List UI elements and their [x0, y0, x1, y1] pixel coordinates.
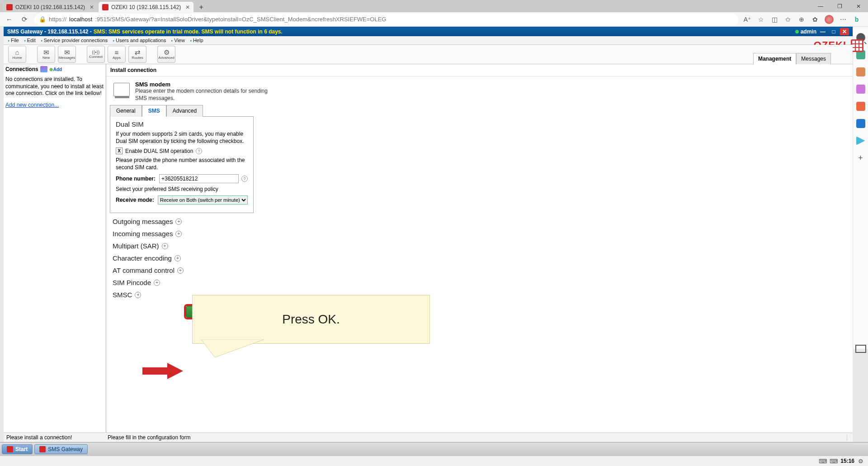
taskbar-app-button[interactable]: SMS Gateway — [34, 444, 88, 454]
section-incoming: Incoming messages — [113, 230, 173, 238]
add-connection-short-link[interactable]: Add — [49, 67, 62, 72]
lock-icon: 🔒 — [39, 16, 46, 23]
connections-icon — [40, 66, 47, 72]
help-icon[interactable]: ? — [241, 176, 248, 182]
config-tabs: General SMS Advanced — [110, 105, 254, 117]
clock: 15:16 — [840, 458, 854, 464]
window-restore-button[interactable]: ❐ — [830, 0, 849, 12]
section-smsc: SMSC — [113, 291, 132, 299]
collections-icon[interactable]: ⊕ — [797, 15, 806, 24]
menu-edit[interactable]: Edit — [22, 38, 38, 43]
modem-icon — [113, 83, 130, 96]
connections-header: Connections — [5, 66, 38, 72]
browser-tab-1[interactable]: OZEKI 10 (192.168.115.142) ✕ — [99, 2, 193, 12]
menu-icon[interactable]: ⋯ — [839, 15, 847, 24]
expand-icon[interactable]: + — [154, 280, 160, 286]
new-tab-button[interactable]: + — [196, 2, 206, 12]
keyboard-tray-icon[interactable]: ⌨ — [819, 458, 826, 464]
tab-close-icon[interactable]: ✕ — [185, 4, 190, 10]
sidebar-add-button[interactable]: + — [858, 153, 863, 163]
settings-tray-icon[interactable]: ⚙ — [858, 458, 865, 464]
favorite-icon[interactable]: ☆ — [757, 15, 765, 24]
tab-advanced[interactable]: Advanced — [166, 105, 203, 117]
url-path: :9515/SMS/Gateway/?a=InstallSoloDriver&t… — [95, 16, 386, 23]
office-sidebar-icon[interactable] — [856, 102, 865, 111]
section-at-command: AT command control — [113, 266, 175, 274]
read-aloud-icon[interactable]: A⁺ — [743, 15, 751, 24]
gear-icon: ⚙ — [164, 49, 170, 56]
ozeki-grid-icon[interactable] — [851, 39, 863, 52]
connect-icon: ((•)) — [92, 50, 100, 55]
menu-service-providers[interactable]: Service provider connections — [38, 38, 110, 43]
url-prefix: https:// — [49, 16, 66, 23]
user-label: admin — [801, 29, 816, 35]
tab-title: OZEKI 10 (192.168.115.142) — [15, 4, 85, 10]
app-maximize-button[interactable]: □ — [829, 28, 838, 35]
expand-icon[interactable]: + — [135, 292, 141, 298]
help-icon[interactable]: ? — [196, 148, 202, 154]
menu-file[interactable]: File — [5, 38, 22, 43]
install-panel: Install connection SMS modem Please ente… — [106, 64, 853, 433]
toolbar-new-button[interactable]: ✉New — [37, 46, 55, 63]
toolbar: ⌂Home ✉New ✉Messages ((•))Connect ≡Apps … — [4, 45, 853, 64]
window-minimize-button[interactable]: — — [811, 0, 830, 12]
refresh-button[interactable]: ⟳ — [19, 14, 30, 25]
modem-desc: Please enter the modem connection detail… — [135, 88, 271, 102]
browser-tab-0[interactable]: OZEKI 10 (192.168.115.142) ✕ — [3, 2, 98, 12]
menu-view[interactable]: View — [169, 38, 188, 43]
expand-icon[interactable]: + — [162, 243, 168, 249]
outlook-sidebar-icon[interactable] — [856, 119, 865, 128]
app-minimize-button[interactable]: — — [818, 28, 827, 35]
trial-notice: SMS: SMS services operate in trial mode.… — [94, 29, 283, 35]
tab-management[interactable]: Management — [753, 53, 796, 64]
drop-sidebar-icon[interactable] — [856, 136, 865, 145]
app-close-button[interactable]: ✕ — [840, 28, 849, 35]
home-icon: ⌂ — [15, 49, 19, 56]
tab-close-icon[interactable]: ✕ — [90, 4, 94, 10]
expand-icon[interactable]: + — [177, 267, 184, 274]
copilot-icon[interactable]: b — [853, 15, 861, 24]
status-right: Please fill in the configuration form — [108, 434, 190, 441]
address-bar: ← ⟳ 🔒 https://localhost:9515/SMS/Gateway… — [0, 12, 868, 27]
url-input[interactable]: 🔒 https://localhost:9515/SMS/Gateway/?a=… — [34, 14, 739, 25]
toolbar-messages-button[interactable]: ✉Messages — [58, 46, 76, 63]
expand-icon[interactable]: + — [175, 231, 182, 237]
selection-box-icon — [855, 345, 866, 353]
section-encoding: Character encoding — [113, 254, 172, 262]
tab-general[interactable]: General — [110, 105, 142, 117]
section-sim-pin: SIM Pincode — [113, 279, 151, 286]
menu-help[interactable]: Help — [188, 38, 206, 43]
split-icon[interactable]: ◫ — [770, 15, 778, 24]
window-close-button[interactable]: ✕ — [849, 0, 868, 12]
shopping-sidebar-icon[interactable] — [856, 67, 865, 76]
back-button[interactable]: ← — [4, 14, 14, 25]
status-dot-icon — [795, 30, 799, 33]
toolbar-advanced-button[interactable]: ⚙Advanced — [157, 46, 175, 63]
receive-mode-select[interactable]: Receive on Both (switch per minute) — [158, 195, 248, 204]
favorites-bar-icon[interactable]: ✩ — [784, 15, 792, 24]
toolbar-routes-button[interactable]: ⇄Routes — [128, 46, 146, 63]
tab-messages[interactable]: Messages — [796, 53, 831, 64]
add-new-connection-link[interactable]: Add new connection... — [5, 102, 59, 108]
section-multipart: Multipart (SAR) — [113, 242, 159, 250]
extensions-icon[interactable]: ✿ — [811, 15, 819, 24]
expand-icon[interactable]: + — [175, 219, 182, 225]
keyboard-tray-icon[interactable]: ⌨ — [830, 458, 837, 464]
expand-icon[interactable]: + — [175, 255, 181, 262]
messages-icon: ✉ — [64, 49, 70, 56]
favicon-icon — [102, 4, 108, 10]
toolbar-home-button[interactable]: ⌂Home — [8, 46, 26, 63]
profile-icon[interactable] — [825, 15, 834, 24]
enable-dualsim-label: Enable DUAL SIM operation — [125, 148, 193, 154]
toolbar-connect-button[interactable]: ((•))Connect — [87, 46, 105, 63]
apps-icon: ≡ — [115, 49, 119, 56]
toolbar-apps-button[interactable]: ≡Apps — [108, 46, 126, 63]
tab-sms[interactable]: SMS — [142, 105, 166, 117]
edge-sidebar: + — [853, 27, 868, 349]
people-sidebar-icon[interactable] — [856, 85, 865, 94]
menu-users[interactable]: Users and applications — [110, 38, 169, 43]
status-bar: Please install a connection! Please fill… — [4, 433, 853, 442]
enable-dualsim-checkbox[interactable]: X — [116, 147, 123, 154]
phone-input[interactable] — [159, 174, 239, 183]
start-button[interactable]: Start — [2, 444, 33, 454]
